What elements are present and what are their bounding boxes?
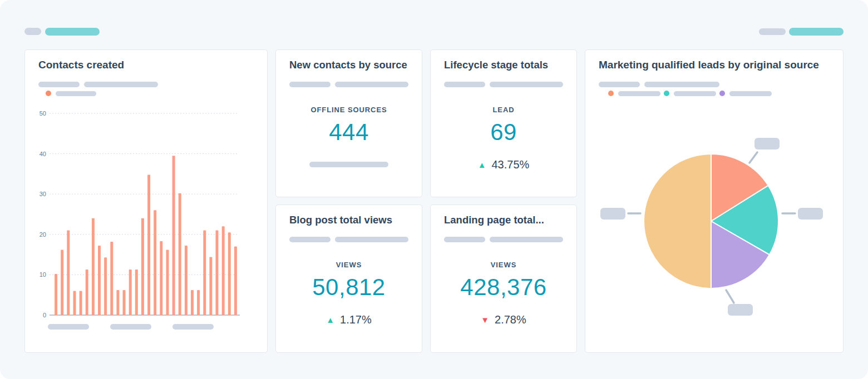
bar	[80, 291, 82, 315]
bar	[154, 210, 156, 315]
subtitle-placeholder-row	[289, 237, 408, 242]
bar	[73, 291, 76, 315]
bar	[228, 232, 231, 315]
metric-footer-placeholder	[309, 162, 388, 167]
bar	[116, 290, 119, 315]
y-axis-tick: 20	[40, 231, 46, 238]
bar	[166, 250, 169, 315]
card-title: Lifecycle stage totals	[444, 58, 548, 72]
subtitle-placeholder	[444, 237, 485, 242]
delta-direction-icon: ▼	[481, 316, 489, 324]
pie-slice	[644, 154, 711, 288]
metric-delta: ▼ 2.78%	[431, 313, 576, 326]
bar	[67, 231, 70, 316]
blog-post-total-views-card: Blog post total views VIEWS 50,812 ▲ 1.1…	[275, 205, 422, 353]
pie-callout-pill	[600, 208, 625, 220]
bar	[129, 270, 132, 315]
bar	[55, 274, 57, 315]
bar	[98, 246, 101, 315]
metric-delta: ▲ 43.75%	[431, 158, 576, 171]
subtitle-placeholder	[490, 82, 563, 87]
subtitle-placeholder	[444, 82, 485, 87]
metric-delta: ▲ 1.17%	[276, 313, 422, 326]
subtitle-placeholder-row	[444, 82, 563, 87]
y-axis-tick: 40	[40, 151, 46, 157]
bar	[216, 231, 219, 316]
subtitle-placeholder	[335, 237, 408, 242]
delta-value: 1.17%	[340, 313, 372, 326]
bar	[86, 270, 88, 315]
subtitle-placeholder-row	[444, 237, 563, 242]
bar	[203, 231, 206, 316]
metric-value: 428,376	[431, 274, 576, 301]
subtitle-placeholder-row	[289, 82, 408, 87]
topbar-left-label-placeholder	[24, 28, 41, 35]
pie-callout-pill	[754, 138, 780, 149]
bar	[110, 242, 113, 315]
bar	[191, 290, 194, 315]
topbar-right-button[interactable]	[789, 28, 844, 36]
y-axis-tick: 30	[40, 191, 46, 197]
delta-direction-icon: ▲	[326, 316, 334, 324]
bar	[172, 156, 175, 315]
x-axis-label-placeholder	[48, 324, 89, 330]
mql-pie-chart	[585, 50, 844, 353]
pie-callout-line	[726, 290, 734, 303]
bar	[135, 270, 138, 315]
topbar-right-label-placeholder	[759, 28, 786, 35]
bar	[104, 257, 107, 315]
metric-label: VIEWS	[431, 261, 576, 269]
delta-direction-icon: ▲	[478, 161, 486, 169]
y-axis-tick: 0	[43, 312, 46, 318]
contacts-created-card: Contacts created 50403020100	[24, 49, 268, 353]
bar	[197, 290, 200, 315]
delta-value: 43.75%	[492, 158, 530, 171]
metric-label: LEAD	[431, 106, 576, 114]
subtitle-placeholder	[289, 237, 331, 242]
new-contacts-by-source-card: New contacts by source OFFLINE SOURCES 4…	[275, 49, 422, 197]
x-axis-label-placeholder	[172, 324, 214, 330]
lifecycle-stage-totals-card: Lifecycle stage totals LEAD 69 ▲ 43.75%	[430, 49, 577, 197]
delta-value: 2.78%	[495, 313, 526, 326]
metric-label: OFFLINE SOURCES	[276, 106, 422, 114]
metric-value: 69	[431, 119, 576, 146]
bar	[185, 246, 188, 315]
bar	[92, 218, 95, 315]
pie-callout-line	[749, 152, 757, 163]
pie-callout-pill	[728, 304, 753, 316]
bar	[61, 250, 63, 315]
bar	[222, 226, 225, 315]
card-title: Blog post total views	[289, 213, 392, 227]
subtitle-placeholder	[490, 237, 563, 242]
bar	[160, 241, 162, 315]
card-title: New contacts by source	[289, 58, 407, 72]
y-axis-tick: 50	[40, 110, 46, 117]
card-title: Landing page total...	[444, 213, 544, 227]
dashboard-canvas: Contacts created 50403020100 New contact…	[0, 0, 868, 379]
landing-page-totals-card: Landing page total... VIEWS 428,376 ▼ 2.…	[430, 205, 577, 353]
x-axis-label-placeholder	[110, 324, 151, 330]
bar	[147, 174, 150, 315]
metric-value: 444	[276, 119, 422, 146]
metric-value: 50,812	[276, 274, 422, 301]
y-axis-tick: 10	[40, 271, 46, 278]
pie-callout-pill	[798, 208, 823, 220]
subtitle-placeholder	[335, 82, 408, 87]
bar	[234, 247, 237, 315]
contacts-bar-chart: 50403020100	[25, 50, 268, 353]
bar	[179, 193, 181, 315]
subtitle-placeholder	[289, 82, 331, 87]
mql-by-original-source-card: Marketing qualified leads by original so…	[585, 49, 844, 353]
bar	[141, 218, 144, 315]
metric-label: VIEWS	[276, 261, 422, 269]
topbar-left-button[interactable]	[45, 28, 100, 36]
bar	[123, 290, 126, 315]
bar	[209, 257, 212, 316]
